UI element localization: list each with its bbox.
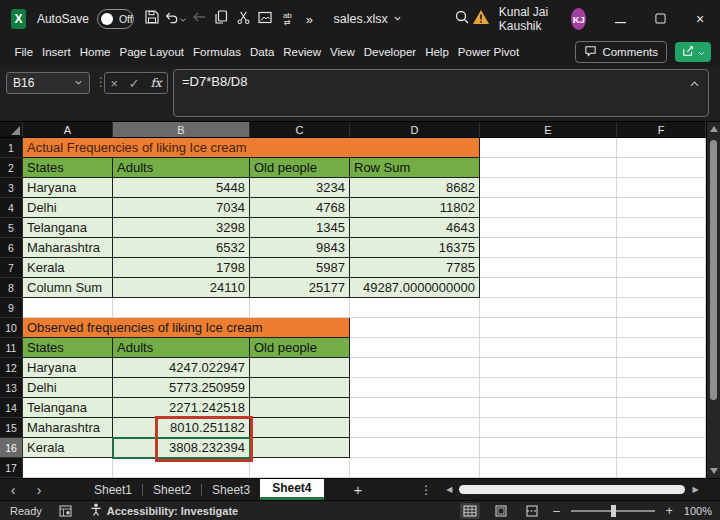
accessibility-status[interactable]: Accessibility: Investigate: [90, 503, 238, 518]
cell-F3[interactable]: [617, 178, 706, 198]
search-button[interactable]: [452, 5, 472, 33]
cell-B5[interactable]: 3298: [113, 218, 250, 238]
cell-D5[interactable]: 4643: [350, 218, 480, 238]
cell-D8[interactable]: 49287.0000000000: [350, 278, 480, 298]
cell-F11[interactable]: [617, 338, 706, 358]
vertical-scroll-thumb[interactable]: [710, 140, 717, 400]
cell-D9[interactable]: [350, 298, 480, 318]
cell-F13[interactable]: [617, 378, 706, 398]
cell-D6[interactable]: 16375: [350, 238, 480, 258]
cell-A17[interactable]: [23, 458, 113, 478]
insert-function-button[interactable]: fx: [150, 76, 161, 90]
sheet-tab-sheet2[interactable]: Sheet2: [143, 479, 201, 500]
comments-button[interactable]: Comments: [575, 41, 667, 63]
cell-D7[interactable]: 7785: [350, 258, 480, 278]
formula-input[interactable]: =D7*B8/D8: [173, 69, 709, 117]
user-name[interactable]: Kunal Jai Kaushik: [499, 5, 563, 33]
cell-E6[interactable]: [480, 238, 617, 258]
tab-developer[interactable]: Developer: [359, 38, 420, 66]
cell-A4[interactable]: Delhi: [23, 198, 113, 218]
cell-B2[interactable]: Adults: [113, 158, 250, 178]
copy-button[interactable]: [211, 5, 231, 33]
row-header-13[interactable]: 13: [0, 378, 23, 398]
row-header-5[interactable]: 5: [0, 218, 23, 238]
sheet-nav-prev-icon[interactable]: ‹: [0, 482, 26, 498]
cell-B9[interactable]: [113, 298, 250, 318]
cell-D13[interactable]: [350, 378, 480, 398]
tab-review[interactable]: Review: [279, 38, 326, 66]
cell-F2[interactable]: [617, 158, 706, 178]
tab-insert[interactable]: Insert: [38, 38, 76, 66]
vertical-scrollbar[interactable]: [706, 122, 720, 478]
redo-button[interactable]: [189, 5, 209, 33]
cell-F15[interactable]: [617, 418, 706, 438]
find-replace-button[interactable]: ab ⇄: [277, 5, 297, 33]
cell-D16[interactable]: [350, 438, 480, 458]
cell-B4[interactable]: 7034: [113, 198, 250, 218]
zoom-slider[interactable]: [571, 510, 655, 512]
row-header-17[interactable]: 17: [0, 458, 23, 478]
cell-C7[interactable]: 5987: [250, 258, 350, 278]
cell-A1[interactable]: Actual Frequencies of liking Ice cream: [23, 138, 480, 158]
cell-F7[interactable]: [617, 258, 706, 278]
row-header-14[interactable]: 14: [0, 398, 23, 418]
cell-E12[interactable]: [480, 358, 617, 378]
cell-C13[interactable]: [250, 378, 350, 398]
cell-F12[interactable]: [617, 358, 706, 378]
cell-E5[interactable]: [480, 218, 617, 238]
cell-D10[interactable]: [350, 318, 480, 338]
cell-D14[interactable]: [350, 398, 480, 418]
cell-F10[interactable]: [617, 318, 706, 338]
save-button[interactable]: [142, 5, 162, 33]
scroll-up-icon[interactable]: [707, 122, 720, 136]
tab-help[interactable]: Help: [421, 38, 454, 66]
cell-B8[interactable]: 24110: [113, 278, 250, 298]
sheet-nav-next-icon[interactable]: ›: [26, 482, 52, 498]
cut-button[interactable]: [233, 5, 253, 33]
sheet-tab-sheet1[interactable]: Sheet1: [84, 479, 142, 500]
cell-E8[interactable]: [480, 278, 617, 298]
new-sheet-button[interactable]: +: [354, 481, 363, 498]
cell-C14[interactable]: [250, 398, 350, 418]
cell-A14[interactable]: Telangana: [23, 398, 113, 418]
autosave-toggle[interactable]: Off: [97, 9, 134, 29]
row-header-3[interactable]: 3: [0, 178, 23, 198]
hscroll-left-icon[interactable]: ◀: [442, 485, 456, 494]
zoom-in-button[interactable]: +: [666, 504, 673, 518]
row-header-4[interactable]: 4: [0, 198, 23, 218]
cell-F16[interactable]: [617, 438, 706, 458]
cell-D15[interactable]: [350, 418, 480, 438]
name-box[interactable]: B16: [6, 72, 90, 94]
undo-button[interactable]: [164, 5, 187, 33]
column-header-D[interactable]: D: [350, 122, 480, 138]
cell-B7[interactable]: 1798: [113, 258, 250, 278]
sheet-tab-sheet3[interactable]: Sheet3: [202, 479, 260, 500]
cell-C9[interactable]: [250, 298, 350, 318]
more-commands-button[interactable]: »: [299, 5, 319, 33]
enter-button[interactable]: ✓: [129, 76, 140, 91]
cell-F1[interactable]: [617, 138, 706, 158]
column-header-A[interactable]: A: [23, 122, 113, 138]
cell-D11[interactable]: [350, 338, 480, 358]
maximize-button[interactable]: [640, 0, 680, 38]
row-header-7[interactable]: 7: [0, 258, 23, 278]
collapse-formula-bar-icon[interactable]: [689, 76, 700, 91]
cell-A8[interactable]: Column Sum: [23, 278, 113, 298]
zoom-level[interactable]: 100%: [684, 505, 712, 517]
cell-A10[interactable]: Observed frequencies of liking Ice cream: [23, 318, 350, 338]
cell-C8[interactable]: 25177: [250, 278, 350, 298]
cell-C5[interactable]: 1345: [250, 218, 350, 238]
horizontal-scroll-thumb[interactable]: [459, 485, 685, 494]
cell-B17[interactable]: [113, 458, 250, 478]
paste-picture-button[interactable]: [255, 5, 275, 33]
close-button[interactable]: ×: [680, 0, 720, 38]
macro-record-icon[interactable]: [56, 503, 76, 519]
column-header-C[interactable]: C: [250, 122, 350, 138]
cell-E9[interactable]: [480, 298, 617, 318]
cell-F14[interactable]: [617, 398, 706, 418]
cell-A13[interactable]: Delhi: [23, 378, 113, 398]
tab-home[interactable]: Home: [75, 38, 115, 66]
cell-D3[interactable]: 8682: [350, 178, 480, 198]
cell-E16[interactable]: [480, 438, 617, 458]
column-header-B[interactable]: B: [113, 122, 250, 138]
